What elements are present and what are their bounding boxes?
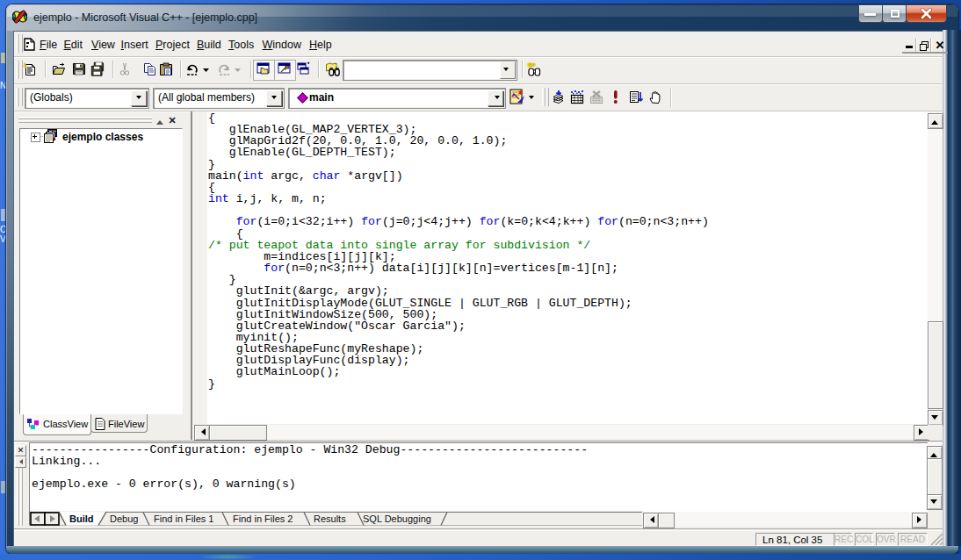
svg-text:Find in Files 1: Find in Files 1 <box>154 513 213 524</box>
svg-text:Build: Build <box>69 513 94 524</box>
svg-text:Debug: Debug <box>110 513 138 524</box>
svg-text:✱: ✱ <box>518 90 524 96</box>
svg-text:Results: Results <box>314 513 346 524</box>
svg-text:✱: ✱ <box>531 62 536 68</box>
svg-text:Find in Files 2: Find in Files 2 <box>233 513 293 524</box>
svg-text:SQL Debugging: SQL Debugging <box>363 513 431 524</box>
